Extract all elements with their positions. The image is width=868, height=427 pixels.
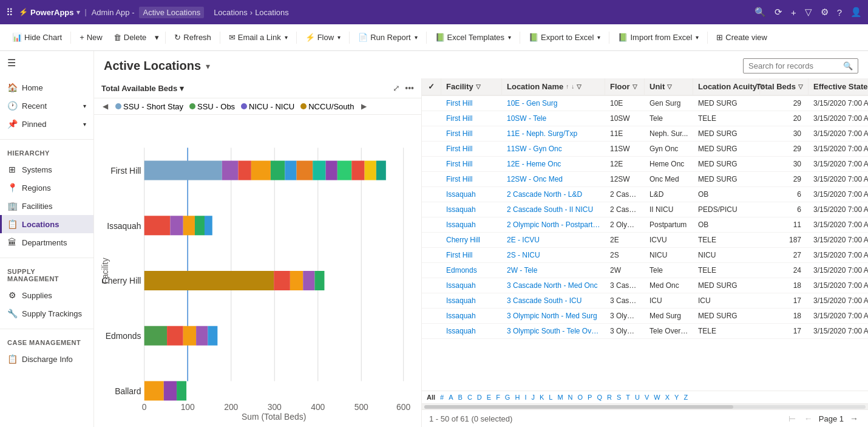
td-facility[interactable]: First Hill xyxy=(441,96,502,111)
legend-next-button[interactable]: ▶ xyxy=(360,101,368,112)
alpha-btn-a[interactable]: A xyxy=(446,392,455,402)
alpha-btn-h[interactable]: H xyxy=(512,392,522,402)
sidebar-item-discharge-info[interactable]: 📋 Discharge Info xyxy=(0,350,93,368)
hide-chart-button[interactable]: 📊 Hide Chart xyxy=(7,30,67,44)
run-report-button[interactable]: 📄 Run Report ▾ xyxy=(353,30,422,44)
alpha-btn-k[interactable]: K xyxy=(537,392,546,402)
td-location[interactable]: 2 Cascade South - II NICU xyxy=(502,202,605,217)
td-facility[interactable]: Edmonds xyxy=(441,263,502,278)
td-facility[interactable]: Issaquah xyxy=(441,187,502,202)
excel-templates-button[interactable]: 📗 Excel Templates ▾ xyxy=(430,30,516,44)
search-box[interactable]: 🔍 xyxy=(743,58,858,73)
import-excel-button[interactable]: 📗 Import from Excel ▾ xyxy=(613,30,704,44)
td-facility[interactable]: Issaquah xyxy=(441,324,502,338)
sidebar-item-pinned[interactable]: 📌 Pinned ▾ xyxy=(0,115,93,133)
td-facility[interactable]: First Hill xyxy=(441,172,502,186)
search-input[interactable] xyxy=(748,61,839,70)
td-location[interactable]: 10E - Gen Surg xyxy=(502,96,605,111)
alpha-btn-v[interactable]: V xyxy=(642,392,651,402)
td-location[interactable]: 2 Olympic North - Postpartum xyxy=(502,217,605,232)
td-facility[interactable]: First Hill xyxy=(441,157,502,171)
td-facility[interactable]: Issaquah xyxy=(441,202,502,217)
th-eff-date[interactable]: Effective State Date ▽ xyxy=(809,78,868,95)
td-location[interactable]: 3 Cascade South - ICU xyxy=(502,293,605,308)
td-facility[interactable]: Issaquah xyxy=(441,293,502,308)
td-facility[interactable]: First Hill xyxy=(441,142,502,156)
sidebar-item-facilities[interactable]: 🏢 Facilities xyxy=(0,197,93,215)
sidebar-item-home[interactable]: 🏠 Home xyxy=(0,78,93,97)
search-icon[interactable]: 🔍 xyxy=(754,7,766,18)
alpha-btn-all[interactable]: All xyxy=(424,392,438,402)
td-location[interactable]: 11SW - Gyn Onc xyxy=(502,142,605,156)
export-excel-button[interactable]: 📗 Export to Excel ▾ xyxy=(524,30,605,44)
alpha-btn-t[interactable]: T xyxy=(623,392,632,402)
create-view-button[interactable]: ⊞ Create view xyxy=(711,30,772,44)
alpha-btn-#[interactable]: # xyxy=(438,392,446,402)
page-first-button[interactable]: ⊢ xyxy=(786,412,798,425)
apps-icon[interactable]: ⠿ xyxy=(6,7,14,18)
page-prev-button[interactable]: ← xyxy=(802,412,815,425)
alpha-btn-w[interactable]: W xyxy=(651,392,662,402)
alpha-btn-y[interactable]: Y xyxy=(672,392,681,402)
floor-filter-icon[interactable]: ▽ xyxy=(632,83,637,90)
sidebar-item-departments[interactable]: 🏛 Departments xyxy=(0,233,93,251)
alpha-btn-j[interactable]: J xyxy=(529,392,537,402)
th-acuity[interactable]: Location Acuity ▽ xyxy=(693,78,760,95)
sidebar-item-regions[interactable]: 📍 Regions xyxy=(0,179,93,197)
delete-chevron-button[interactable]: ▾ xyxy=(152,30,161,44)
refresh-button[interactable]: ↻ Refresh xyxy=(169,30,216,44)
td-location[interactable]: 2S - NICU xyxy=(502,248,605,262)
td-location[interactable]: 3 Cascade North - Med Onc xyxy=(502,278,605,293)
th-beds[interactable]: Total Beds ▽ xyxy=(760,78,809,95)
h-scrollbar[interactable] xyxy=(422,403,868,409)
brand-chevron[interactable]: ▾ xyxy=(76,9,80,16)
alpha-btn-f[interactable]: F xyxy=(493,392,503,402)
chart-title-button[interactable]: Total Available Beds ▾ xyxy=(101,84,184,93)
unit-filter-icon[interactable]: ▽ xyxy=(667,83,672,90)
alpha-btn-i[interactable]: I xyxy=(522,392,529,402)
settings-icon[interactable]: ⚙ xyxy=(821,7,829,18)
email-link-button[interactable]: ✉ Email a Link ▾ xyxy=(224,30,293,44)
location-filter-icon[interactable]: ▽ xyxy=(577,83,581,90)
td-facility[interactable]: Issaquah xyxy=(441,217,502,232)
refresh-circle-icon[interactable]: ⟳ xyxy=(775,7,782,18)
alpha-btn-x[interactable]: X xyxy=(663,392,672,402)
chart-expand-button[interactable]: ⤢ xyxy=(393,83,400,93)
alpha-btn-r[interactable]: R xyxy=(605,392,614,402)
sidebar-item-recent[interactable]: 🕐 Recent ▾ xyxy=(0,97,93,115)
td-location[interactable]: 10SW - Tele xyxy=(502,111,605,126)
alpha-btn-p[interactable]: P xyxy=(585,392,594,402)
alpha-btn-o[interactable]: O xyxy=(575,392,586,402)
page-title-chevron-icon[interactable]: ▾ xyxy=(206,61,210,71)
td-facility[interactable]: First Hill xyxy=(441,111,502,126)
sidebar-item-supply-trackings[interactable]: 🔧 Supply Trackings xyxy=(0,304,93,323)
user-icon[interactable]: 👤 xyxy=(850,7,862,18)
td-location[interactable]: 12E - Heme Onc xyxy=(502,157,605,171)
alpha-btn-b[interactable]: B xyxy=(456,392,465,402)
th-location[interactable]: Location Name ↑ ↓ ▽ xyxy=(502,78,605,95)
td-facility[interactable]: First Hill xyxy=(441,248,502,262)
alpha-btn-e[interactable]: E xyxy=(484,392,493,402)
td-facility[interactable]: Issaquah xyxy=(441,309,502,323)
th-facility[interactable]: Facility ▽ xyxy=(441,78,502,95)
td-facility[interactable]: Cherry Hill xyxy=(441,233,502,247)
facility-filter-icon[interactable]: ▽ xyxy=(476,83,481,90)
location-sort-desc-icon[interactable]: ↓ xyxy=(571,83,574,90)
chart-more-button[interactable]: ••• xyxy=(405,83,414,93)
sidebar-item-supplies[interactable]: ⚙ Supplies xyxy=(0,286,93,304)
sidebar-item-locations[interactable]: 📋 Locations xyxy=(0,215,93,233)
h-scrollbar-thumb[interactable] xyxy=(424,405,733,409)
td-location[interactable]: 3 Olympic South - Tele Overflo xyxy=(502,324,605,338)
new-button[interactable]: + New xyxy=(75,30,107,44)
td-facility[interactable]: First Hill xyxy=(441,126,502,141)
td-location[interactable]: 2 Cascade North - L&D xyxy=(502,187,605,202)
td-location[interactable]: 3 Olympic North - Med Surg xyxy=(502,309,605,323)
help-icon[interactable]: ? xyxy=(837,7,842,18)
alpha-btn-q[interactable]: Q xyxy=(594,392,605,402)
sidebar-toggle[interactable]: ☰ xyxy=(0,51,93,75)
location-sort-asc-icon[interactable]: ↑ xyxy=(566,83,569,90)
td-location[interactable]: 2W - Tele xyxy=(502,263,605,278)
alpha-btn-m[interactable]: M xyxy=(555,392,565,402)
alpha-btn-z[interactable]: Z xyxy=(681,392,690,402)
page-next-button[interactable]: → xyxy=(847,412,861,425)
